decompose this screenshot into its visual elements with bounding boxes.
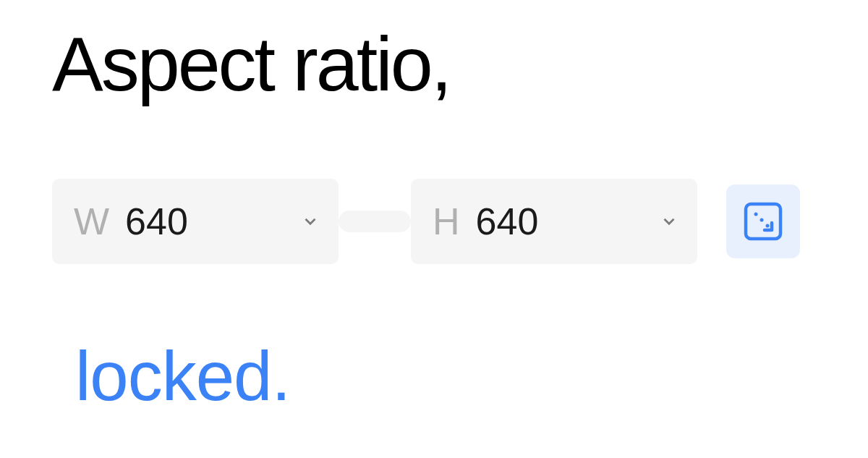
height-input-group[interactable]: H 640: [411, 179, 697, 264]
chevron-down-icon[interactable]: [660, 212, 678, 231]
page-title: Aspect ratio,: [52, 22, 816, 106]
height-label: H: [433, 200, 460, 243]
width-value[interactable]: 640: [125, 200, 301, 243]
chevron-down-icon[interactable]: [301, 212, 320, 231]
svg-point-1: [754, 212, 758, 216]
aspect-ratio-lock-button[interactable]: [726, 185, 800, 258]
link-connector: [339, 211, 411, 232]
width-input-group[interactable]: W 640: [52, 179, 339, 264]
height-value[interactable]: 640: [476, 200, 660, 243]
svg-point-3: [766, 224, 770, 227]
svg-rect-0: [746, 204, 780, 239]
dimension-controls: W 640 H 640: [52, 179, 816, 264]
svg-point-2: [760, 218, 764, 221]
status-subtitle: locked.: [75, 336, 816, 416]
aspect-ratio-panel: Aspect ratio, W 640 H 640: [0, 0, 868, 416]
aspect-ratio-lock-icon: [741, 200, 785, 243]
width-label: W: [74, 200, 109, 243]
